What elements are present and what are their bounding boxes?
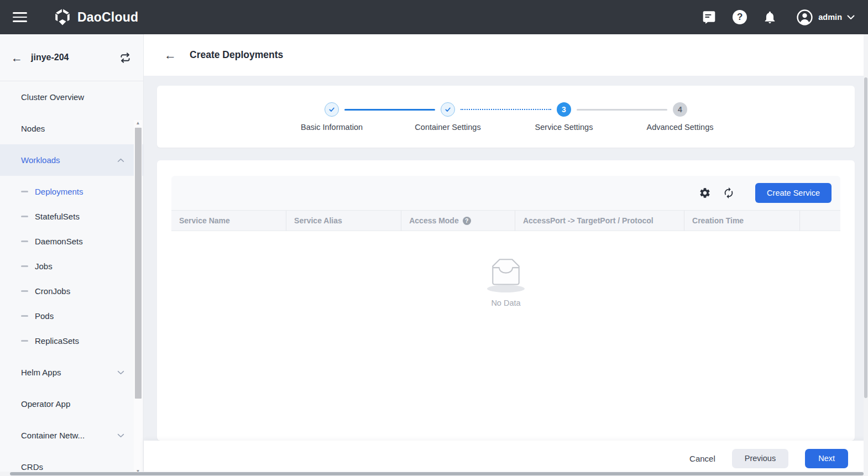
column-header-service-name: Service Name: [171, 211, 286, 231]
service-table-panel: Create Service Service NameService Alias…: [171, 176, 840, 426]
column-label: Creation Time: [692, 216, 744, 225]
messages-button[interactable]: [702, 10, 717, 24]
sidebar-item-label: ReplicaSets: [35, 336, 79, 346]
page-vertical-scrollbar[interactable]: [864, 34, 868, 472]
sidebar-item-label: Helm Apps: [21, 368, 61, 377]
next-button[interactable]: Next: [805, 449, 848, 468]
cluster-back-button[interactable]: ←: [11, 52, 23, 64]
refresh-button[interactable]: [723, 187, 735, 199]
sidebar-scrollbar-thumb[interactable]: [135, 128, 142, 399]
page-back-button[interactable]: ←: [164, 49, 176, 61]
sidebar-header: ← jinye-204: [0, 34, 143, 81]
chevron-down-icon: [117, 370, 124, 375]
sidebar-scrollbar[interactable]: ▲ ▼: [134, 120, 142, 476]
step-2-check-icon: [441, 102, 455, 117]
sidebar-item-cronjobs[interactable]: CronJobs: [0, 279, 143, 304]
sidebar-item-container-netw[interactable]: Container Netw...: [0, 420, 143, 451]
page-horizontal-scrollbar[interactable]: [0, 472, 868, 476]
menu-toggle-button[interactable]: [12, 11, 29, 23]
sidebar-item-label: Workloads: [21, 155, 60, 165]
step-4-number: 4: [673, 102, 687, 117]
sidebar-item-pods[interactable]: Pods: [0, 304, 143, 328]
avatar-icon: [796, 9, 813, 26]
scroll-up-arrow-icon[interactable]: ▲: [134, 120, 142, 127]
repeat-icon: [119, 52, 131, 64]
step-connector-solid: [344, 109, 435, 111]
help-button[interactable]: ?: [733, 10, 747, 24]
empty-state: No Data: [171, 231, 840, 307]
switch-cluster-button[interactable]: [119, 52, 131, 64]
bell-icon: [763, 11, 777, 24]
brand-name: DaoCloud: [77, 10, 138, 25]
column-label: Access Mode: [409, 216, 458, 225]
sidebar-item-label: Nodes: [21, 124, 45, 133]
dash-icon: [21, 290, 28, 292]
service-settings-card: Create Service Service NameService Alias…: [157, 160, 855, 441]
notifications-button[interactable]: [763, 11, 777, 24]
sidebar-item-deployments[interactable]: Deployments: [0, 179, 143, 204]
sidebar-item-operator-app[interactable]: Operator App: [0, 388, 143, 420]
dash-icon: [21, 216, 28, 217]
sidebar-item-nodes[interactable]: Nodes: [0, 113, 143, 144]
sidebar: ← jinye-204 Cluster OverviewNodesWorkloa…: [0, 34, 144, 476]
column-header-accessport-targetport-protocol: AccessPort -> TargetPort / Protocol: [515, 211, 684, 231]
steps-row: Basic Information Container Settings 3: [274, 102, 738, 132]
previous-button[interactable]: Previous: [732, 449, 788, 468]
sidebar-item-workloads[interactable]: Workloads: [0, 144, 143, 176]
column-label: Service Alias: [294, 216, 342, 225]
sidebar-item-label: Jobs: [35, 261, 53, 271]
create-service-button[interactable]: Create Service: [755, 183, 832, 203]
cancel-button[interactable]: Cancel: [689, 454, 715, 463]
dash-icon: [21, 240, 28, 242]
step-basic-information[interactable]: Basic Information: [274, 102, 390, 132]
cluster-name: jinye-204: [31, 53, 69, 62]
page-header: ← Create Deployments: [144, 34, 868, 76]
empty-text: No Data: [491, 299, 520, 307]
vertical-scrollbar-thumb[interactable]: [864, 77, 867, 398]
step-connector-dotted: [461, 109, 551, 110]
page-title: Create Deployments: [190, 49, 283, 61]
sidebar-item-label: DaemonSets: [35, 237, 83, 246]
sidebar-menu: Cluster OverviewNodesWorkloadsDeployment…: [0, 81, 143, 476]
sidebar-item-replicasets[interactable]: ReplicaSets: [0, 328, 143, 353]
step-connector-gray: [577, 109, 667, 111]
sidebar-item-statefulsets[interactable]: StatefulSets: [0, 204, 143, 229]
user-menu[interactable]: admin: [796, 9, 855, 26]
sidebar-item-label: CRDs: [21, 462, 43, 472]
sidebar-item-jobs[interactable]: Jobs: [0, 254, 143, 279]
brand-logo: DaoCloud: [53, 8, 138, 27]
step-1-check-icon: [325, 102, 339, 117]
sidebar-item-label: Cluster Overview: [21, 92, 84, 102]
step-service-settings[interactable]: 3 Service Settings: [506, 102, 622, 132]
page-content: Basic Information Container Settings 3: [144, 76, 868, 441]
sidebar-item-daemonsets[interactable]: DaemonSets: [0, 229, 143, 254]
step-3-number: 3: [557, 102, 571, 117]
wizard-footer: Cancel Previous Next: [144, 441, 868, 476]
horizontal-scrollbar-thumb[interactable]: [10, 472, 864, 475]
refresh-icon: [723, 187, 735, 199]
help-question-icon[interactable]: ?: [463, 217, 471, 225]
sidebar-item-helm-apps[interactable]: Helm Apps: [0, 357, 143, 388]
no-data-icon: [484, 257, 528, 293]
sidebar-item-label: Operator App: [21, 399, 70, 409]
sidebar-item-label: Container Netw...: [21, 431, 85, 440]
table-settings-button[interactable]: [699, 187, 711, 199]
step-advanced-settings[interactable]: 4 Advanced Settings: [622, 102, 738, 132]
dash-icon: [21, 191, 28, 192]
table-toolbar: Create Service: [171, 176, 840, 210]
dash-icon: [21, 315, 28, 317]
daocloud-logo-icon: [53, 8, 72, 27]
gear-icon: [699, 187, 711, 199]
sidebar-item-label: Deployments: [35, 187, 83, 196]
topbar: DaoCloud ?: [0, 0, 868, 34]
sidebar-item-cluster-overview[interactable]: Cluster Overview: [0, 81, 143, 113]
table-body: No Data: [171, 231, 840, 426]
step-2-label: Container Settings: [415, 123, 480, 132]
step-4-label: Advanced Settings: [647, 123, 714, 132]
help-icon: ?: [733, 10, 747, 24]
step-container-settings[interactable]: Container Settings: [390, 102, 506, 132]
chevron-up-icon: [117, 158, 124, 163]
wizard-stepper: Basic Information Container Settings 3: [157, 86, 855, 148]
dash-icon: [21, 265, 28, 267]
user-name: admin: [818, 13, 842, 22]
